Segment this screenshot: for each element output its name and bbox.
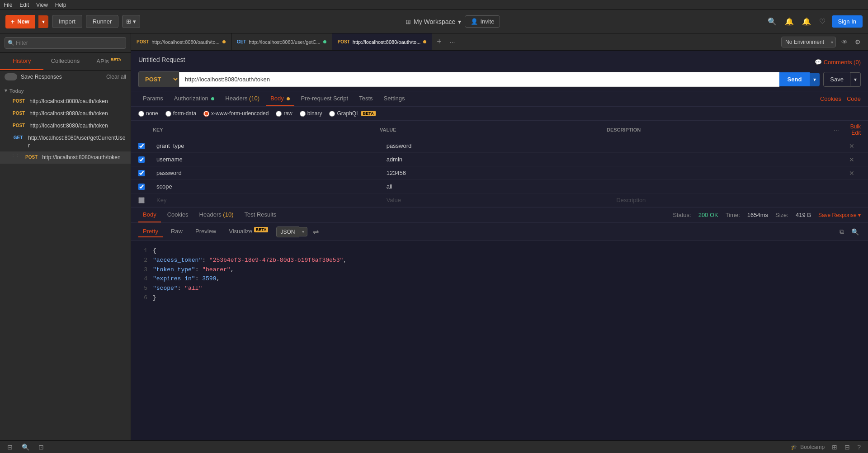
- desc-input[interactable]: [613, 181, 843, 192]
- body-option-binary[interactable]: binary: [300, 110, 322, 117]
- send-button[interactable]: Send: [779, 72, 810, 86]
- save-dropdown-button[interactable]: ▾: [850, 72, 861, 87]
- row-checkbox[interactable]: [138, 156, 145, 163]
- desc-input[interactable]: [613, 167, 843, 179]
- new-button[interactable]: + New: [5, 15, 35, 28]
- more-tabs-button[interactable]: ···: [446, 33, 459, 50]
- url-input[interactable]: [179, 72, 779, 87]
- key-input-placeholder[interactable]: [153, 194, 383, 206]
- invite-button[interactable]: 👤 Invite: [465, 15, 500, 28]
- cookies-link[interactable]: Cookies: [820, 95, 841, 102]
- key-input[interactable]: [153, 181, 383, 192]
- table-options-icon[interactable]: ···: [834, 126, 839, 133]
- sidebar-tab-collections[interactable]: Collections: [43, 53, 87, 70]
- desc-input[interactable]: [613, 154, 843, 165]
- sign-in-button[interactable]: Sign In: [832, 15, 863, 28]
- save-responses-toggle[interactable]: [5, 73, 17, 80]
- value-input[interactable]: [383, 167, 613, 179]
- menu-edit[interactable]: Edit: [19, 2, 29, 8]
- key-input[interactable]: [153, 140, 383, 151]
- key-input[interactable]: [153, 167, 383, 179]
- desc-input-placeholder[interactable]: [613, 194, 843, 206]
- heart-icon-btn[interactable]: ♡: [817, 15, 827, 28]
- send-dropdown-button[interactable]: ▾: [810, 73, 820, 86]
- value-input[interactable]: [383, 140, 613, 151]
- body-option-raw[interactable]: raw: [276, 110, 292, 117]
- environment-select[interactable]: No Environment: [781, 37, 836, 47]
- format-select[interactable]: JSON: [276, 226, 299, 237]
- value-input[interactable]: [383, 181, 613, 192]
- resp-view-raw[interactable]: Raw: [166, 226, 187, 237]
- add-tab-button[interactable]: +: [432, 33, 446, 50]
- value-input[interactable]: [383, 154, 613, 165]
- resp-view-preview[interactable]: Preview: [191, 226, 221, 237]
- search-response-button[interactable]: 🔍: [849, 226, 861, 237]
- desc-input[interactable]: [613, 140, 843, 151]
- row-delete-button[interactable]: [843, 198, 861, 202]
- tab-settings[interactable]: Settings: [379, 91, 410, 106]
- body-option-form-data[interactable]: form-data: [165, 110, 196, 117]
- body-option-urlencoded[interactable]: x-www-form-urlencoded: [203, 110, 269, 117]
- key-input[interactable]: [153, 154, 383, 165]
- tab-body[interactable]: Body: [266, 91, 294, 106]
- method-select[interactable]: POST: [138, 71, 179, 87]
- list-item[interactable]: POST http://localhost:8080/oauth/token: [0, 95, 131, 108]
- settings-icon-btn[interactable]: ⚙: [853, 37, 863, 47]
- row-checkbox[interactable]: [138, 197, 145, 203]
- request-tab-1[interactable]: GET http://localhost:8080/user/getC...: [231, 33, 332, 50]
- layout-button[interactable]: ⊞ ▾: [122, 15, 140, 28]
- resp-tab-test-results[interactable]: Test Results: [240, 208, 281, 222]
- resp-tab-body[interactable]: Body: [138, 208, 161, 222]
- resp-view-visualize[interactable]: Visualize BETA: [224, 226, 273, 237]
- save-button[interactable]: Save: [823, 72, 850, 87]
- tab-headers[interactable]: Headers (10): [221, 91, 264, 106]
- body-option-none[interactable]: none: [138, 110, 158, 117]
- menu-view[interactable]: View: [36, 2, 48, 8]
- bell-icon-btn[interactable]: 🔔: [800, 15, 813, 28]
- bulk-edit-button[interactable]: Bulk Edit: [842, 123, 861, 136]
- wrap-lines-button[interactable]: ⇌: [311, 226, 321, 238]
- terminal-button[interactable]: ⊡: [37, 443, 46, 452]
- tab-pre-request-script[interactable]: Pre-request Script: [296, 91, 353, 106]
- row-delete-button[interactable]: ✕: [843, 141, 861, 151]
- code-link[interactable]: Code: [847, 95, 861, 102]
- layout-status-button[interactable]: ⊞: [830, 443, 839, 452]
- request-tab-0[interactable]: POST http://localhost:8080/oauth/to...: [131, 33, 231, 50]
- new-dropdown-button[interactable]: ▾: [38, 15, 48, 28]
- request-tab-2[interactable]: POST http://localhost:8080/oauth/to...: [332, 33, 433, 50]
- import-button[interactable]: Import: [52, 15, 82, 28]
- workspace-button[interactable]: ⊞ My Workspace ▾: [406, 18, 461, 25]
- eye-icon-btn[interactable]: 👁: [840, 37, 849, 47]
- menu-file[interactable]: File: [4, 2, 12, 8]
- value-input-placeholder[interactable]: [383, 194, 613, 206]
- row-delete-button[interactable]: ✕: [843, 168, 861, 179]
- resp-tab-cookies[interactable]: Cookies: [163, 208, 193, 222]
- notification-icon-btn[interactable]: 🔔: [783, 15, 796, 28]
- runner-button[interactable]: Runner: [86, 15, 119, 28]
- list-item[interactable]: ⋮⋮ POST http://localhost:8080/oauth/toke…: [0, 151, 131, 164]
- row-delete-button[interactable]: ✕: [843, 154, 861, 165]
- list-item[interactable]: POST http://localhost:8080/oauth/token: [0, 108, 131, 120]
- comments-button[interactable]: 💬 Comments (0): [815, 59, 861, 66]
- filter-input[interactable]: [5, 37, 126, 49]
- menu-help[interactable]: Help: [55, 2, 66, 8]
- clear-all-button[interactable]: Clear all: [106, 74, 126, 80]
- copy-icon-btn[interactable]: ⧉: [838, 226, 846, 237]
- row-delete-button[interactable]: [843, 185, 861, 189]
- list-item[interactable]: POST http://localhost:8080/oauth/token: [0, 120, 131, 132]
- list-item[interactable]: GET http://localhost:8080/user/getCurren…: [0, 132, 131, 152]
- secondary-sidebar-button[interactable]: ⊟: [843, 443, 852, 452]
- search-status-button[interactable]: 🔍: [20, 443, 31, 452]
- help-button[interactable]: ?: [855, 443, 863, 452]
- tab-tests[interactable]: Tests: [354, 91, 377, 106]
- row-checkbox[interactable]: [138, 184, 145, 190]
- tab-params[interactable]: Params: [138, 91, 168, 106]
- row-checkbox[interactable]: [138, 143, 145, 149]
- resp-tab-headers[interactable]: Headers (10): [195, 208, 238, 222]
- save-response-button[interactable]: Save Response ▾: [818, 212, 861, 218]
- sidebar-tab-apis[interactable]: APIs BETA: [87, 53, 131, 70]
- row-checkbox[interactable]: [138, 170, 145, 176]
- search-icon-btn[interactable]: 🔍: [766, 15, 778, 28]
- sidebar-toggle-button[interactable]: ⊟: [5, 443, 14, 452]
- resp-view-pretty[interactable]: Pretty: [138, 226, 163, 237]
